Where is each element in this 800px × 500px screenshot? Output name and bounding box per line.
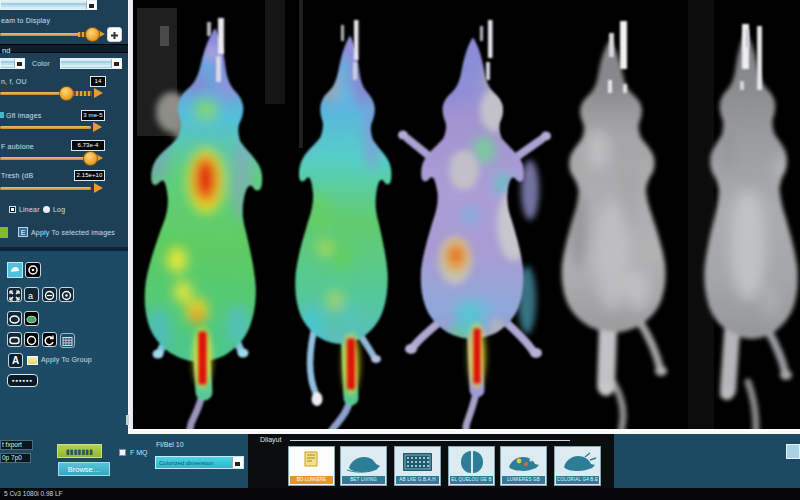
- svg-text:a: a: [28, 291, 33, 301]
